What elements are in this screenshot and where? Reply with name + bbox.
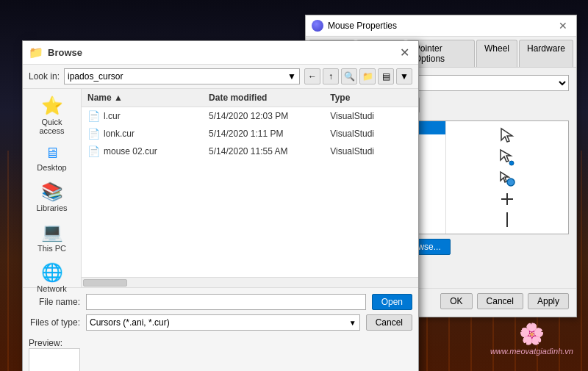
file-row-0[interactable]: 📄 l.cur 5/14/2020 12:03 PM VisualStudi — [82, 107, 418, 125]
files-type-dropdown-icon: ▼ — [349, 319, 356, 327]
watermark-flower: 🌸 — [490, 322, 573, 346]
desktop-icon: 🖥 — [45, 145, 60, 162]
cursor-help — [499, 148, 515, 166]
svg-point-4 — [507, 179, 514, 186]
look-in-label: Look in: — [29, 71, 60, 82]
file-date-2: 5/14/2020 11:55 AM — [203, 145, 324, 157]
browse-main: ⭐ Quick access 🖥 Desktop 📚 Libraries 💻 T… — [23, 89, 418, 287]
browse-title: Browse — [48, 47, 82, 58]
files-type-label: Files of type: — [29, 317, 80, 328]
watermark: 🌸 www.meovatgiadình.vn — [490, 322, 573, 356]
col-header-name[interactable]: Name ▲ — [82, 91, 203, 104]
horizontal-scrollbar[interactable] — [82, 277, 418, 287]
svg-marker-0 — [501, 129, 512, 142]
browse-footer: File name: Open Files of type: Cursors (… — [23, 287, 418, 371]
files-type-value: Cursors (*.ani, *.cur) — [90, 317, 170, 328]
files-type-combo[interactable]: Cursors (*.ani, *.cur) ▼ — [86, 314, 360, 331]
desktop-label: Desktop — [37, 163, 66, 172]
cancel-button[interactable]: Cancel — [477, 293, 523, 309]
file-list-header: Name ▲ Date modified Type — [82, 89, 418, 107]
preview-label: Preview: — [29, 338, 62, 348]
svg-point-2 — [509, 161, 514, 165]
browse-sidebar: ⭐ Quick access 🖥 Desktop 📚 Libraries 💻 T… — [23, 89, 82, 287]
mouse-dialog-title-left: Mouse Properties — [312, 20, 397, 32]
cancel-browse-button[interactable]: Cancel — [366, 314, 412, 331]
mouse-dialog-title: Mouse Properties — [328, 21, 397, 31]
sidebar-item-libraries[interactable]: 📚 Libraries — [26, 179, 79, 215]
apply-button[interactable]: Apply — [528, 293, 569, 309]
cursor-normal — [500, 127, 514, 143]
col-header-type[interactable]: Type — [324, 91, 418, 104]
tab-wheel[interactable]: Wheel — [476, 40, 517, 67]
files-type-row: Files of type: Cursors (*.ani, *.cur) ▼ … — [29, 314, 412, 331]
nav-up-button[interactable]: ↑ — [323, 68, 339, 84]
tab-hardware[interactable]: Hardware — [519, 40, 573, 67]
browse-titlebar: 📁 Browse ✕ — [23, 41, 418, 65]
quick-access-label: Quick access — [30, 118, 74, 135]
this-pc-icon: 💻 — [41, 222, 63, 242]
sidebar-item-desktop[interactable]: 🖥 Desktop — [26, 142, 79, 175]
look-in-combo[interactable]: ipados_cursor ▼ — [64, 68, 300, 84]
sidebar-item-quick-access[interactable]: ⭐ Quick access — [26, 93, 79, 138]
browse-toolbar: Look in: ipados_cursor ▼ ← ↑ 🔍 📁 ▤ ▼ — [23, 65, 418, 89]
sidebar-item-this-pc[interactable]: 💻 This PC — [26, 219, 79, 256]
cursor-working — [499, 170, 515, 187]
libraries-label: Libraries — [36, 203, 67, 212]
scroll-thumb[interactable] — [83, 279, 127, 287]
browse-close-button[interactable]: ✕ — [397, 47, 412, 59]
browse-content: Name ▲ Date modified Type 📄 l.cur 5/14/2… — [82, 89, 418, 287]
nav-back-button[interactable]: ← — [304, 68, 320, 84]
nav-view-button[interactable]: ▤ — [378, 68, 394, 84]
file-date-0: 5/14/2020 12:03 PM — [203, 110, 324, 122]
browse-title-left: 📁 Browse — [29, 46, 82, 60]
file-type-2: VisualStudi — [324, 145, 418, 157]
file-name-1: 📄 lonk.cur — [82, 127, 203, 140]
file-row-2[interactable]: 📄 mouse 02.cur 5/14/2020 11:55 AM Visual… — [82, 143, 418, 160]
file-list: 📄 l.cur 5/14/2020 12:03 PM VisualStudi 📄… — [82, 107, 418, 277]
watermark-text: www.meovatgiadình.vn — [490, 347, 573, 356]
browse-folder-icon: 📁 — [29, 46, 43, 60]
look-in-dropdown-icon: ▼ — [287, 71, 296, 82]
libraries-icon: 📚 — [41, 181, 63, 202]
svg-marker-1 — [501, 150, 511, 162]
network-label: Network — [37, 284, 66, 293]
col-header-date[interactable]: Date modified — [203, 91, 324, 104]
cursor-plus — [500, 192, 514, 206]
ok-button[interactable]: OK — [440, 293, 472, 309]
mouse-dialog-icon — [312, 20, 323, 32]
file-type-0: VisualStudi — [324, 110, 418, 122]
file-name-0: 📄 l.cur — [82, 109, 203, 123]
preview-section: Preview: — [29, 335, 412, 371]
file-name-label: File name: — [29, 297, 80, 307]
toolbar-icons: ← ↑ 🔍 📁 ▤ ▼ — [304, 68, 412, 84]
file-date-1: 5/14/2020 1:11 PM — [203, 128, 324, 140]
open-button[interactable]: Open — [372, 294, 412, 310]
file-name-input[interactable] — [86, 294, 366, 310]
cursor-text — [503, 212, 511, 228]
file-icon-1: 📄 — [87, 128, 100, 140]
nav-view-dropdown-button[interactable]: ▼ — [396, 68, 412, 84]
nav-folder-button[interactable]: 📁 — [359, 68, 376, 84]
mouse-dialog-titlebar: Mouse Properties ✕ — [306, 15, 576, 37]
look-in-value: ipados_cursor — [68, 71, 123, 82]
cursor-preview-area — [446, 121, 568, 234]
sidebar-item-network[interactable]: 🌐 Network — [26, 259, 79, 296]
file-icon-2: 📄 — [87, 145, 100, 157]
quick-access-icon: ⭐ — [41, 96, 63, 116]
file-type-1: VisualStudi — [324, 128, 418, 140]
file-name-row: File name: Open — [29, 294, 412, 310]
network-icon: 🌐 — [41, 262, 63, 283]
this-pc-label: This PC — [37, 244, 66, 253]
file-row-1[interactable]: 📄 lonk.cur 5/14/2020 1:11 PM VisualStudi — [82, 125, 418, 143]
preview-box — [29, 348, 80, 371]
mouse-dialog-close-button[interactable]: ✕ — [556, 20, 570, 32]
nav-search-button[interactable]: 🔍 — [341, 68, 357, 84]
file-icon-0: 📄 — [87, 110, 100, 122]
browse-dialog: 📁 Browse ✕ Look in: ipados_cursor ▼ ← ↑ … — [22, 40, 419, 371]
file-name-2: 📄 mouse 02.cur — [82, 145, 203, 158]
